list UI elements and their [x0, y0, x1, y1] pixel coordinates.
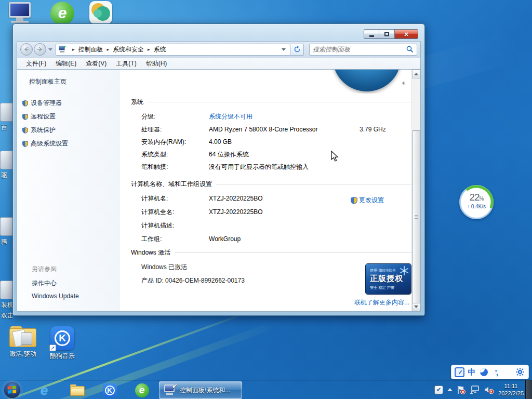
close-button[interactable]: ×: [395, 29, 418, 39]
start-button[interactable]: [4, 381, 21, 398]
ime-settings-button[interactable]: [515, 367, 525, 377]
breadcrumb-control-panel[interactable]: 控制面板: [78, 45, 103, 54]
desktop-icon-green-browser[interactable]: e: [46, 2, 79, 25]
change-settings-link[interactable]: 更改设置: [351, 196, 384, 205]
menu-file[interactable]: 文件(F): [21, 58, 51, 70]
breadcrumb-system-security[interactable]: 系统和安全: [113, 45, 144, 54]
folder-driver-icon: [9, 326, 36, 348]
uac-shield-icon: [22, 100, 28, 107]
sidebar-item-remote-settings[interactable]: 远程设置: [22, 112, 119, 121]
desktop-icon-swirl-app[interactable]: [84, 1, 117, 24]
desktop: e 百 驱 腾 装机 双击 激活,驱动 K ➚ 酷狗音乐: [0, 0, 532, 399]
sidebar-item-advanced-system-settings[interactable]: 高级系统设置: [22, 139, 119, 148]
address-dropdown-icon[interactable]: [282, 48, 286, 51]
checkmark-icon: ✔: [434, 385, 443, 394]
main-content: ® 系统 分级: 系统分级不可用 处理器: AMD Ryzen 7 5800X …: [119, 70, 411, 311]
taskbar-ie-button[interactable]: e: [36, 382, 52, 398]
desktop-icon-driver-folder[interactable]: 激活,驱动: [6, 326, 39, 358]
window-titlebar[interactable]: ×: [13, 24, 424, 41]
menu-view[interactable]: 查看(V): [81, 58, 111, 70]
desktop-icon-partial[interactable]: 腾: [0, 217, 12, 246]
menu-tools[interactable]: 工具(T): [111, 58, 141, 70]
learn-more-online-link[interactable]: 联机了解更多内容...: [354, 298, 409, 307]
search-icon[interactable]: [406, 46, 414, 53]
menu-help[interactable]: 帮助(H): [141, 58, 172, 70]
my-computer-icon: [7, 2, 33, 24]
sidebar-item-control-panel-home[interactable]: 控制面板主页: [29, 77, 119, 86]
row-rating: 分级: 系统分级不可用: [131, 112, 411, 121]
sidebar: 控制面板主页 设备管理器 远程设置 系统保护 高级系统设置: [17, 70, 119, 311]
generic-file-icon: [0, 217, 12, 236]
breadcrumb-separator: ▸: [148, 47, 150, 52]
row-computer-description: 计算机描述:: [131, 221, 411, 230]
taskbar: e K e ✔ 控制面板\系统和... ✔: [0, 380, 532, 399]
uac-shield-icon: [351, 197, 357, 204]
windows-orb-graphic: ®: [329, 70, 407, 94]
taskbar-green-browser-button[interactable]: e: [134, 382, 150, 398]
refresh-button[interactable]: [290, 44, 304, 56]
recent-pages-chevron-icon[interactable]: [48, 48, 52, 51]
taskbar-active-window-button[interactable]: ✔ 控制面板\系统和...: [159, 381, 242, 399]
section-title: 计算机名称、域和工作组设置: [131, 180, 212, 189]
ime-punctuation-button[interactable]: ’,: [491, 367, 501, 377]
desktop-icon-my-computer[interactable]: [3, 2, 36, 24]
sidebar-item-device-manager[interactable]: 设备管理器: [22, 99, 119, 108]
volume-button[interactable]: [484, 385, 494, 394]
search-input[interactable]: [313, 46, 406, 53]
taskbar-clock[interactable]: 11:11 2022/2/25: [498, 382, 524, 397]
ime-logo-button[interactable]: [455, 367, 465, 377]
forward-button[interactable]: [34, 43, 46, 56]
scrollbar-grip-icon: [415, 215, 418, 220]
search-box[interactable]: [309, 44, 417, 56]
swirl-app-icon: [89, 1, 112, 24]
window-client-area: 控制面板主页 设备管理器 远程设置 系统保护 高级系统设置: [17, 70, 421, 312]
clock-time: 11:11: [498, 382, 524, 390]
sidebar-item-action-center[interactable]: 操作中心: [32, 279, 119, 288]
ime-fullwidth-moon-button[interactable]: [478, 367, 489, 377]
desktop-icon-partial[interactable]: 装机 双击: [0, 281, 12, 320]
breadcrumb-separator: ▸: [72, 47, 75, 52]
desktop-icon-partial[interactable]: 驱: [0, 151, 12, 180]
show-hidden-icons-button[interactable]: [447, 388, 453, 391]
tray-checkmark-button[interactable]: ✔: [434, 385, 443, 394]
desktop-icon-partial[interactable]: 百: [0, 103, 12, 132]
sidebar-item-label: 系统保护: [31, 126, 56, 135]
scrollbar-track[interactable]: [412, 78, 420, 302]
section-system: 系统: [131, 98, 411, 107]
minimize-button[interactable]: [364, 29, 379, 39]
show-desktop-button[interactable]: [525, 380, 532, 399]
sidebar-item-system-protection[interactable]: 系统保护: [22, 126, 119, 135]
sidebar-item-windows-update[interactable]: Windows Update: [32, 292, 119, 300]
scroll-down-button[interactable]: [412, 302, 420, 311]
ime-user-button[interactable]: [503, 367, 513, 377]
sidebar-item-label: 设备管理器: [31, 99, 62, 108]
speed-ball-widget[interactable]: 22% ↑ 0.4K/s: [459, 185, 494, 219]
row-full-computer-name: 计算机全名: XTZJ-20220225BO: [131, 208, 411, 217]
uac-shield-icon: [22, 127, 28, 134]
section-title: Windows 激活: [131, 248, 170, 257]
rating-unavailable-link[interactable]: 系统分级不可用: [209, 112, 411, 121]
menu-edit[interactable]: 编辑(E): [51, 58, 81, 70]
address-bar[interactable]: ✔ ▸ 控制面板 ▸ 系统和安全 ▸ 系统: [56, 44, 290, 56]
network-status-button[interactable]: [470, 385, 480, 394]
internet-explorer-icon: e: [41, 382, 48, 398]
breadcrumb-separator: ▸: [107, 47, 110, 52]
scroll-up-button[interactable]: [412, 70, 420, 78]
back-button[interactable]: [20, 43, 33, 56]
system-control-panel-window: × ✔ ▸ 控制面板 ▸ 系统和安全 ▸ 系统: [12, 23, 425, 316]
taskbar-explorer-button[interactable]: [70, 382, 85, 398]
sidebar-item-label: 远程设置: [31, 112, 56, 121]
navigation-bar: ✔ ▸ 控制面板 ▸ 系统和安全 ▸ 系统: [17, 41, 421, 57]
maximize-button[interactable]: [379, 29, 395, 39]
scrollbar-thumb[interactable]: [412, 130, 420, 303]
see-also-group: 另请参阅 操作中心 Windows Update: [17, 265, 119, 304]
system-window-icon: ✔: [163, 384, 177, 396]
up-triangle-icon: [447, 388, 453, 391]
minimize-icon: [369, 35, 374, 37]
refresh-icon: [294, 46, 301, 53]
breadcrumb-system[interactable]: 系统: [154, 45, 166, 54]
ime-chinese-mode-button[interactable]: 中: [467, 367, 477, 377]
action-center-button[interactable]: [457, 385, 466, 394]
desktop-icon-kugou[interactable]: K ➚ 酷狗音乐: [46, 326, 79, 361]
taskbar-kugou-button[interactable]: K: [102, 382, 117, 398]
